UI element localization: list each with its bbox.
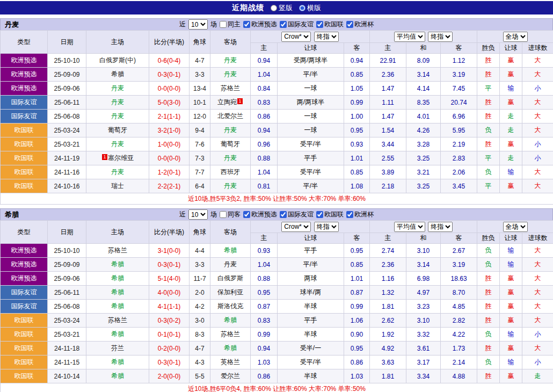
odds-stage-select[interactable]: 终指 — [314, 32, 339, 42]
nations-league-label: 欧国联 — [324, 20, 344, 29]
odds-provider-select[interactable]: Crow* — [281, 32, 311, 42]
team-name-text: 葡萄牙 — [108, 126, 127, 134]
home-team: 瑞士 — [86, 179, 149, 193]
away-odds: 1.06 — [344, 314, 370, 328]
same-home-filter[interactable]: 同主 — [220, 20, 241, 29]
score: 4-0(0-0) — [149, 286, 190, 300]
team-name-text: 丹麦 — [111, 112, 124, 120]
team-name-text: 丹麦 — [111, 98, 124, 106]
filter-friendly[interactable]: 国际友谊 — [280, 20, 314, 29]
handicap-line: 平手 — [278, 244, 344, 258]
horizontal-layout-radio[interactable] — [299, 5, 305, 11]
avg-away-odds: 18.63 — [441, 272, 477, 286]
score: 0-3(0-1) — [149, 355, 190, 369]
col-odds-home: 主 — [251, 233, 278, 244]
filter-nations-league[interactable]: 欧国联 — [316, 20, 344, 29]
result-handicap: 赢 — [500, 179, 522, 193]
col-goals: 进球数 — [522, 233, 553, 244]
result-handicap: 赢 — [500, 96, 522, 110]
scope-select[interactable]: 全场 — [503, 222, 528, 232]
average-select[interactable]: 平均值 — [394, 32, 425, 42]
odds-stage-select[interactable]: 终指 — [314, 222, 339, 232]
same-away-checkbox[interactable] — [220, 211, 227, 218]
nations-league-checkbox[interactable] — [316, 211, 323, 218]
match-date: 25-06-08 — [48, 110, 86, 124]
col-avg-away: 客 — [441, 43, 477, 54]
home-odds: 0.94 — [251, 342, 278, 355]
home-team: 希腊 — [86, 286, 149, 300]
filter-euro-cup[interactable]: 欧洲杯 — [346, 210, 374, 219]
friendly-checkbox[interactable] — [280, 21, 287, 28]
competition-badge: 欧国联 — [1, 314, 48, 328]
team-name-text: 北爱尔兰 — [217, 112, 243, 120]
col-home: 主场 — [86, 31, 149, 54]
avg-away-odds: 2.67 — [441, 244, 477, 258]
match-row: 欧国联24-11-191塞尔维亚0-0(0-0)7-3丹麦0.88平手1.012… — [1, 151, 553, 165]
away-odds: 1.01 — [344, 272, 370, 286]
result-goals: 大 — [522, 165, 553, 179]
filter-euro-qualifier[interactable]: 欧洲预选 — [243, 20, 277, 29]
result-outcome: 负 — [477, 355, 500, 369]
competition-badge: 国际友谊 — [1, 110, 48, 124]
team-name-text: 丹麦 — [111, 140, 124, 148]
result-outcome: 胜 — [477, 96, 500, 110]
euro-cup-checkbox[interactable] — [346, 21, 353, 28]
average-select[interactable]: 平均值 — [394, 222, 425, 232]
result-handicap: 赢 — [500, 272, 522, 286]
scope-select[interactable]: 全场 — [503, 32, 528, 42]
layout-option-vertical[interactable]: 竖版 — [271, 3, 293, 13]
avg-home-odds: 2.55 — [370, 151, 406, 165]
col-corner: 角球 — [190, 221, 210, 244]
same-away-filter[interactable]: 同客 — [220, 210, 241, 219]
away-team: 丹麦 — [210, 179, 251, 193]
avg-draw-odds: 3.25 — [406, 151, 441, 165]
euro-qualifier-checkbox[interactable] — [243, 21, 250, 28]
euro-cup-checkbox[interactable] — [346, 211, 353, 218]
home-odds: 0.86 — [251, 110, 278, 124]
handicap-line: 球半/两 — [278, 286, 344, 300]
result-outcome: 负 — [477, 165, 500, 179]
away-odds: 0.93 — [344, 137, 370, 151]
recent-count-select[interactable]: 10 — [188, 209, 208, 220]
result-handicap: 走 — [500, 151, 522, 165]
home-odds: 1.04 — [251, 258, 278, 272]
home-team: 苏格兰 — [86, 244, 149, 258]
recent-count-select[interactable]: 10 — [188, 19, 208, 30]
nations-league-checkbox[interactable] — [316, 21, 323, 28]
match-date: 25-06-11 — [48, 286, 86, 300]
team-name-text: 丹麦 — [224, 126, 237, 134]
corner-score: 4-7 — [190, 342, 210, 355]
filter-nations-league[interactable]: 欧国联 — [316, 210, 344, 219]
filter-friendly[interactable]: 国际友谊 — [280, 210, 314, 219]
result-outcome: 胜 — [477, 110, 500, 124]
result-outcome: 胜 — [477, 300, 500, 314]
away-odds: 1.08 — [344, 179, 370, 193]
average-stage-select[interactable]: 终指 — [428, 32, 453, 42]
avg-draw-odds: 6.98 — [406, 272, 441, 286]
away-odds: 0.94 — [344, 54, 370, 68]
odds-provider-header: Crow* 终指 — [251, 31, 370, 43]
team-name-text: 丹麦 — [224, 154, 237, 162]
vertical-layout-radio[interactable] — [271, 5, 277, 11]
average-stage-select[interactable]: 终指 — [428, 222, 453, 232]
same-home-checkbox[interactable] — [220, 21, 227, 28]
odds-provider-select[interactable]: Crow* — [281, 222, 311, 232]
euro-qualifier-checkbox[interactable] — [243, 211, 250, 218]
away-odds: 0.95 — [344, 342, 370, 355]
avg-draw-odds: 3.14 — [406, 258, 441, 272]
team-name-text: 希腊 — [111, 330, 124, 338]
section-filter-bar: 希腊 近 10 场 同客 欧洲预选 国际友谊 — [0, 208, 553, 220]
handicap-line: 平手 — [278, 151, 344, 165]
col-handicap-result: 让球 — [500, 43, 522, 54]
layout-option-horizontal[interactable]: 横版 — [299, 3, 321, 13]
filter-euro-qualifier[interactable]: 欧洲预选 — [243, 210, 277, 219]
friendly-checkbox[interactable] — [280, 211, 287, 218]
home-odds: 0.94 — [251, 54, 278, 68]
result-handicap: 走 — [500, 110, 522, 124]
score: 2-2(2-1) — [149, 179, 190, 193]
result-handicap: 赢 — [500, 314, 522, 328]
handicap-line: 受半/一 — [278, 342, 344, 355]
home-team: 希腊 — [86, 328, 149, 342]
match-date: 24-10-14 — [48, 369, 86, 383]
filter-euro-cup[interactable]: 欧洲杯 — [346, 20, 374, 29]
